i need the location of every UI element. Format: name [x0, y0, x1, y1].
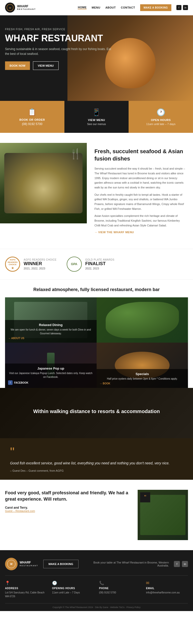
book-order-phone: (08) 9192 5700 [22, 122, 42, 126]
footer-phone-col: 📞 Phone (08) 9192 5700 [99, 581, 141, 598]
atm-facebook-link[interactable]: f FACEBOOK [8, 380, 94, 385]
atm-specials-desc: Half price oysters daily between 2pm & 6… [100, 377, 185, 381]
gpa-badge-text: GPA [71, 262, 77, 266]
book-now-button[interactable]: BOOK NOW [5, 61, 30, 70]
nav-menu[interactable]: MENU [92, 6, 100, 9]
garden-plant-visual [106, 302, 179, 338]
email-text: info@thewharfbroome.com.au [146, 591, 188, 594]
agfg-star-icon: ★ [8, 266, 17, 270]
address-label: Address [5, 587, 47, 590]
open-hours-block[interactable]: 🕐 OPEN HOURS 11am until late – 7 days [129, 101, 193, 133]
footer-social: f in [174, 561, 188, 567]
logo-text: WHARF RESTAURANT [17, 5, 36, 11]
facebook-icon: f [8, 380, 13, 385]
testimonial2-content: Food very good, staff professional and f… [5, 490, 133, 540]
atmosphere-grid: Relaxed Dining We are open for lunch & d… [5, 297, 188, 388]
footer-address-col: 📍 Address Lot 5/4 Sanctuary Rd, Cable Be… [5, 581, 47, 598]
testimonial1-author: – Guest Des – Guest comment, from AGFG [10, 469, 183, 472]
agfg-years: 2021, 2022, 2023 [24, 267, 57, 270]
walking-title: Within walking distance to resorts & acc… [33, 409, 160, 414]
hero-buttons: BOOK NOW VIEW MENU [5, 61, 111, 70]
icons-section: 📋 BOOK OR ORDER (08) 9192 5700 📱 VIEW ME… [0, 101, 193, 133]
footer-hours-col: 🕐 Opening Hours 11am until Late – 7 Days [52, 581, 94, 598]
quote-mark-icon: " [10, 446, 183, 458]
view-menu-title: VIEW MENU [88, 118, 105, 122]
book-order-icon: 📋 [28, 108, 36, 116]
footer-book-button[interactable]: MAKE A BOOKING [43, 560, 79, 568]
facebook-icon[interactable]: f [176, 5, 181, 10]
testimonial1-section: " Good fish excellent service, good wine… [0, 438, 193, 479]
phone-icon: 📞 [99, 581, 141, 585]
svg-text:W: W [9, 7, 11, 9]
phone-text: (08) 9192 5700 [99, 591, 141, 594]
nav-links: HOME MENU ABOUT CONTACT MAKE A BOOKING f… [78, 4, 188, 11]
book-order-block[interactable]: 📋 BOOK OR ORDER (08) 9192 5700 [0, 101, 64, 133]
atm-garden-image [97, 297, 188, 343]
nav-contact[interactable]: CONTACT [121, 6, 135, 9]
atmosphere-section: Relaxed atmosphere, fully licensed resta… [0, 279, 193, 388]
nav-book-button[interactable]: MAKE A BOOKING [140, 4, 171, 11]
footer-facebook-icon[interactable]: f [174, 561, 180, 567]
footer-logo-icon: W [5, 558, 18, 570]
testimonial2-section: Food very good, staff professional and f… [0, 480, 193, 550]
gpa-info: Gold Plate Awards FINALIST 2022, 2023 [85, 258, 114, 270]
testimonial1-text: Good fish excellent service, good wine l… [10, 460, 183, 466]
about-image: 🍴 [0, 143, 87, 223]
atm-garden [97, 297, 188, 343]
nav-social: f in [176, 5, 188, 10]
award-gpa: GPA Gold Plate Awards FINALIST 2022, 202… [67, 257, 114, 272]
open-hours-title: OPEN HOURS [151, 118, 171, 122]
hero-description: Serving sustainable & in season seafood,… [5, 47, 111, 56]
hero-section: FRESH FISH, FRESH AIR, FRESH SERVICE WHA… [0, 15, 193, 101]
footer-top: W WHARF RESTAURANT MAKE A BOOKING Book y… [5, 558, 188, 576]
quote-overlay-icon: " [144, 494, 146, 501]
atm-dining-link[interactable]: → ABOUT US [8, 337, 94, 340]
footer-description: Book your table at The Wharf Restaurant … [84, 561, 169, 567]
logo[interactable]: W WHARF RESTAURANT [5, 3, 36, 13]
footer-info: 📍 Address Lot 5/4 Sanctuary Rd, Cable Be… [5, 576, 188, 603]
atm-japanese-desc: Visit our Japanese Izakaya Popup Lunch. … [8, 371, 94, 379]
nav-home[interactable]: HOME [78, 6, 87, 9]
atm-specials-title: Specials [100, 372, 185, 376]
address-text: Lot 5/4 Sanctuary Rd, Cable Beach WA 672… [5, 591, 47, 598]
footer-instagram-icon[interactable]: in [182, 561, 188, 567]
testimonial2-source[interactable]: Guest – Restaurant.com [5, 509, 133, 512]
agfg-name: WINNER [24, 261, 57, 266]
email-label: Email [146, 587, 188, 590]
gpa-name: FINALIST [85, 261, 114, 266]
about-image-inner: 🍴 [0, 143, 87, 223]
about-section: 🍴 Fresh, succulent seafood & Asian fusio… [0, 133, 193, 249]
footer-logo-text: WHARF RESTAURANT [20, 561, 38, 567]
footer-email-col: ✉ Email info@thewharfbroome.com.au [146, 581, 188, 598]
hours-label: Opening Hours [52, 587, 94, 590]
view-menu-icon: 📱 [92, 108, 101, 116]
oyster-visual [4, 153, 83, 213]
hero-title: WHARF RESTAURANT [5, 33, 111, 43]
testimonial2-image: " [138, 490, 188, 540]
quote-overlay: " [140, 492, 150, 502]
view-menu-link[interactable]: → VIEW THE WHARF MENU [94, 231, 185, 234]
about-title: Fresh, succulent seafood & Asian fusion … [94, 148, 185, 162]
agfg-info: AGFG Readers Choice WINNER 2021, 2022, 2… [24, 258, 57, 270]
footer-copyright: Copyright © The Wharf Restaurant 2024 · … [5, 603, 188, 609]
nav-about[interactable]: ABOUT [105, 6, 116, 9]
about-para-1: Serving succulent seafood the way it sho… [94, 166, 185, 190]
atm-japanese-title: Japanese Pop up [8, 367, 94, 370]
atmosphere-title: Relaxed atmosphere, fully licensed resta… [5, 287, 188, 292]
navigation: W WHARF RESTAURANT HOME MENU ABOUT CONTA… [0, 0, 193, 15]
email-icon: ✉ [146, 581, 188, 585]
atm-facebook-label: FACEBOOK [14, 381, 28, 384]
gpa-badge: GPA [67, 257, 82, 272]
walking-content: Within walking distance to resorts & acc… [23, 409, 170, 418]
atm-specials: Specials Half price oysters daily betwee… [97, 343, 188, 388]
testimonial2-author: Carol and Terry. [5, 506, 133, 509]
instagram-icon[interactable]: in [183, 5, 188, 10]
view-menu-button[interactable]: VIEW MENU [33, 61, 59, 70]
hero-content: FRESH FISH, FRESH AIR, FRESH SERVICE WHA… [5, 28, 111, 70]
atm-specials-link[interactable]: → BOOK [100, 382, 185, 385]
atm-dining: Relaxed Dining We are open for lunch & d… [5, 297, 97, 343]
view-menu-block[interactable]: 📱 VIEW MENU See our menus [64, 101, 129, 133]
svg-text:W: W [10, 563, 13, 566]
footer-logo: W WHARF RESTAURANT [5, 558, 38, 570]
phone-label: Phone [99, 587, 141, 590]
